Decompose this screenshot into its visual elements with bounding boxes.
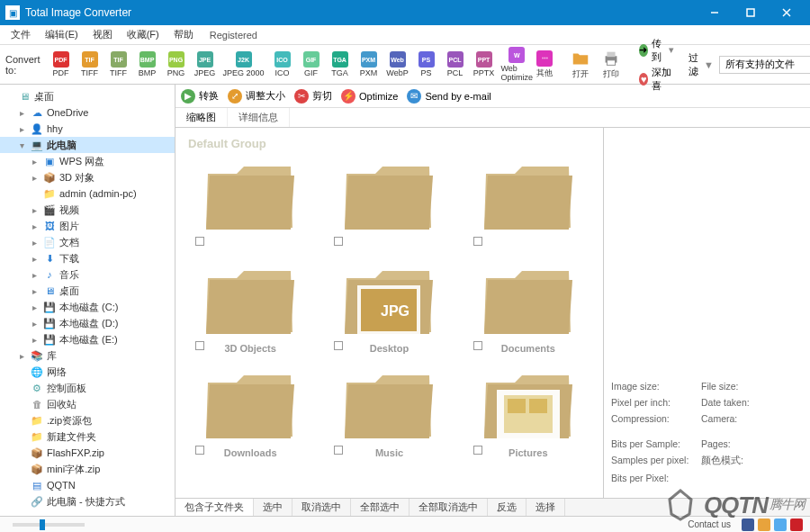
format-pdf[interactable]: PDFPDF	[48, 51, 75, 77]
expand-icon[interactable]: ▸	[29, 302, 40, 312]
selection-tab[interactable]: 全部选中	[351, 499, 410, 516]
expand-icon[interactable]: ▸	[29, 254, 40, 264]
menu-file[interactable]: 文件	[4, 26, 38, 43]
tree-item[interactable]: ▸♪音乐	[0, 266, 175, 283]
expand-icon[interactable]: ▸	[29, 286, 40, 296]
selection-tab[interactable]: 反选	[488, 499, 526, 516]
zoom-slider[interactable]	[13, 523, 85, 527]
folder-item[interactable]: Pictures	[463, 365, 594, 458]
folder-checkbox[interactable]	[473, 341, 482, 350]
format-bmp[interactable]: BMPBMP	[134, 51, 161, 77]
folder-icon[interactable]	[201, 365, 300, 446]
tree-item[interactable]: 🗑回收站	[0, 396, 175, 412]
minimize-button[interactable]	[697, 0, 733, 25]
tree-item[interactable]: ▸💾本地磁盘 (C:)	[0, 299, 175, 315]
folder-icon[interactable]	[201, 156, 300, 237]
expand-icon[interactable]: ▸	[29, 205, 40, 215]
format-pcl[interactable]: PCLPCL	[442, 51, 469, 77]
menu-edit[interactable]: 编辑(E)	[38, 26, 86, 43]
expand-icon[interactable]: ▸	[29, 238, 40, 248]
tree-item[interactable]: 📁admin (admin-pc)	[0, 185, 175, 202]
format-tga[interactable]: TGATGA	[327, 51, 354, 77]
folder-tree[interactable]: 🖥桌面▸☁OneDrive▸👤hhy▾💻此电脑▸▣WPS 网盘▸📦3D 对象📁a…	[0, 85, 176, 516]
action-调整大小[interactable]: ⤢调整大小	[228, 89, 285, 104]
open-button[interactable]: 打开	[567, 49, 594, 80]
action-send-by-e-mail[interactable]: ✉Send by e-mail	[407, 89, 490, 104]
folder-checkbox[interactable]	[473, 446, 482, 455]
thumbnail-grid-area[interactable]: Default Group 3D ObjectsJPGDesktopDocume…	[176, 128, 603, 498]
folder-checkbox[interactable]	[195, 341, 204, 350]
folder-icon[interactable]	[201, 260, 300, 341]
maximize-button[interactable]	[733, 0, 769, 25]
format-ps[interactable]: PSPS	[413, 51, 440, 77]
tree-item[interactable]: ▸▣WPS 网盘	[0, 153, 175, 169]
tree-item[interactable]: 🔗此电脑 - 快捷方式	[0, 493, 175, 509]
format-tiff[interactable]: TIFTIFF	[76, 51, 104, 77]
format-pxm[interactable]: PXMPXM	[356, 51, 382, 77]
format-weboptimize[interactable]: W Web Optimize	[501, 47, 534, 82]
format-jpeg[interactable]: JPEJPEG	[192, 51, 219, 77]
tree-item[interactable]: 🖥桌面	[0, 88, 175, 104]
format-pptx[interactable]: PPTPPTX	[471, 51, 498, 77]
expand-icon[interactable]: ▸	[29, 157, 40, 167]
expand-icon[interactable]: ▸	[29, 335, 40, 345]
folder-item[interactable]: Documents	[463, 260, 594, 354]
tree-item[interactable]: ▸☁OneDrive	[0, 104, 175, 121]
format-gif[interactable]: GIFGIF	[298, 51, 325, 77]
tree-item[interactable]: ▸🎬视频	[0, 202, 175, 218]
expand-icon[interactable]: ▸	[16, 124, 27, 134]
folder-item[interactable]: 3D Objects	[184, 260, 316, 354]
folder-item[interactable]	[184, 156, 316, 249]
expand-icon[interactable]: ▸	[16, 351, 27, 361]
expand-icon[interactable]: ▾	[16, 140, 27, 150]
format-png[interactable]: PNGPNG	[163, 51, 190, 77]
folder-checkbox[interactable]	[334, 341, 343, 350]
selection-tab[interactable]: 取消选中	[292, 499, 351, 516]
tree-item[interactable]: ▸⬇下载	[0, 250, 175, 266]
format-jpeg2000[interactable]: J2KJPEG 2000	[220, 51, 267, 77]
action-optimize[interactable]: ⚡Optimize	[341, 89, 398, 104]
tree-item[interactable]: 📁新建文件夹	[0, 428, 175, 445]
folder-item[interactable]: JPGDesktop	[323, 260, 454, 354]
folder-icon[interactable]	[479, 260, 578, 341]
close-button[interactable]	[769, 0, 805, 25]
tree-item[interactable]: ▸📚库	[0, 347, 175, 364]
tree-item[interactable]: ⚙控制面板	[0, 380, 175, 396]
action-转换[interactable]: ▶转换	[181, 89, 219, 104]
folder-icon[interactable]	[339, 365, 438, 446]
selection-tab[interactable]: 选择	[526, 499, 565, 516]
folder-icon[interactable]	[479, 365, 578, 446]
print-button[interactable]: 打印	[598, 49, 625, 80]
tree-item[interactable]: ▸💾本地磁盘 (E:)	[0, 331, 175, 347]
tree-item[interactable]: ▸🖼图片	[0, 218, 175, 234]
folder-checkbox[interactable]	[473, 237, 482, 246]
action-剪切[interactable]: ✂剪切	[294, 89, 332, 104]
expand-icon[interactable]: ▸	[29, 221, 40, 231]
tree-item[interactable]: ▸🖥桌面	[0, 283, 175, 299]
folder-icon[interactable]: JPG	[339, 260, 438, 341]
folder-icon[interactable]	[479, 156, 578, 237]
selection-tab[interactable]: 选中	[254, 499, 292, 516]
tree-item[interactable]: ▸👤hhy	[0, 121, 175, 137]
folder-checkbox[interactable]	[334, 446, 343, 455]
tab-thumbnail[interactable]: 缩略图	[176, 108, 228, 127]
menu-help[interactable]: 帮助	[166, 26, 201, 43]
expand-icon[interactable]: ▸	[29, 270, 40, 280]
transfer-button[interactable]: ➜传到▾	[639, 37, 674, 64]
filter-input[interactable]	[719, 56, 810, 74]
format-tiff[interactable]: TIFTIFF	[105, 51, 132, 77]
format-other[interactable]: ⋯ 其他	[536, 50, 553, 79]
format-webp[interactable]: WebWebP	[384, 51, 411, 77]
folder-checkbox[interactable]	[195, 237, 204, 246]
folder-checkbox[interactable]	[195, 446, 204, 455]
tree-item[interactable]: ▸💾本地磁盘 (D:)	[0, 315, 175, 331]
expand-icon[interactable]: ▸	[16, 108, 27, 118]
tree-item[interactable]: ▾💻此电脑	[0, 137, 175, 153]
tree-item[interactable]: 📦FlashFXP.zip	[0, 445, 175, 461]
tab-detail[interactable]: 详细信息	[228, 108, 290, 127]
tree-item[interactable]: 📁.zip资源包	[0, 412, 175, 428]
folder-item[interactable]	[463, 156, 594, 249]
folder-icon[interactable]	[339, 156, 438, 237]
tree-item[interactable]: 📦mini字体.zip	[0, 461, 175, 477]
folder-item[interactable]: Music	[323, 365, 454, 458]
